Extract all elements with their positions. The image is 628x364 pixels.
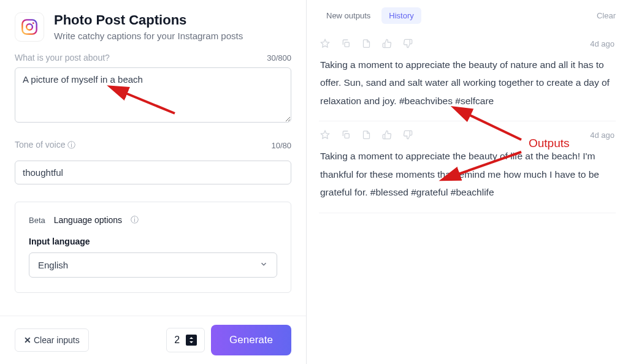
svg-point-2 (33, 22, 34, 24)
svg-marker-4 (190, 341, 193, 343)
instagram-icon (15, 12, 44, 42)
tab-new-outputs[interactable]: New outputs (319, 7, 378, 24)
footer-bar: ✕ Clear inputs 2 Generate (0, 316, 306, 364)
output-count-stepper[interactable]: 2 (166, 328, 205, 352)
tone-label: Tone of voice ⓘ (15, 140, 75, 151)
input-language-value: English (38, 260, 68, 270)
generate-button[interactable]: Generate (211, 325, 291, 355)
output-text: Taking a moment to appreciate the beauty… (320, 56, 615, 110)
copy-icon[interactable] (341, 130, 351, 140)
beta-badge: Beta (29, 216, 45, 225)
page-title: Photo Post Captions (54, 12, 243, 28)
clear-inputs-button[interactable]: ✕ Clear inputs (15, 328, 89, 352)
svg-point-1 (26, 24, 33, 30)
thumbs-down-icon[interactable] (403, 39, 413, 48)
left-panel: Photo Post Captions Write catchy caption… (0, 0, 307, 364)
input-language-label: Input language (29, 237, 277, 246)
language-options-label: Language options (54, 215, 122, 225)
close-icon: ✕ (24, 335, 31, 345)
about-label: What is your post about? (15, 53, 110, 63)
output-card: 4d ago Taking a moment to appreciate the… (319, 30, 616, 121)
output-timestamp: 4d ago (590, 131, 615, 140)
document-icon[interactable] (362, 39, 371, 48)
info-icon: ⓘ (67, 140, 75, 151)
thumbs-down-icon[interactable] (403, 130, 413, 140)
svg-marker-7 (321, 131, 329, 139)
svg-rect-6 (345, 42, 349, 47)
thumbs-up-icon[interactable] (382, 39, 392, 48)
svg-rect-0 (22, 20, 36, 34)
output-count-value: 2 (174, 335, 180, 346)
input-language-select[interactable]: English (29, 252, 277, 278)
stepper-icon (186, 335, 197, 346)
info-icon[interactable]: ⓘ (131, 214, 139, 226)
svg-marker-5 (321, 39, 329, 47)
tab-history[interactable]: History (381, 7, 421, 24)
svg-marker-3 (190, 337, 193, 339)
star-icon[interactable] (320, 39, 330, 48)
clear-outputs-button[interactable]: Clear (597, 11, 616, 20)
about-counter: 30/800 (267, 53, 291, 63)
about-textarea[interactable] (15, 67, 291, 123)
chevron-down-icon (259, 260, 268, 270)
language-panel: Beta Language options ⓘ Input language E… (15, 202, 291, 293)
thumbs-up-icon[interactable] (382, 130, 392, 140)
page-subtitle: Write catchy captions for your Instagram… (54, 31, 243, 41)
star-icon[interactable] (320, 130, 330, 140)
copy-icon[interactable] (341, 39, 351, 48)
document-icon[interactable] (362, 130, 371, 140)
right-panel: New outputs History Clear 4d ago Taking … (307, 0, 628, 364)
svg-rect-8 (345, 134, 349, 138)
output-timestamp: 4d ago (590, 39, 615, 48)
output-text: Taking a moment to appreciate the beauty… (320, 147, 615, 201)
tone-counter: 10/80 (271, 141, 291, 150)
tone-input[interactable] (15, 161, 291, 184)
output-card: 4d ago Taking a moment to appreciate the… (319, 121, 616, 213)
